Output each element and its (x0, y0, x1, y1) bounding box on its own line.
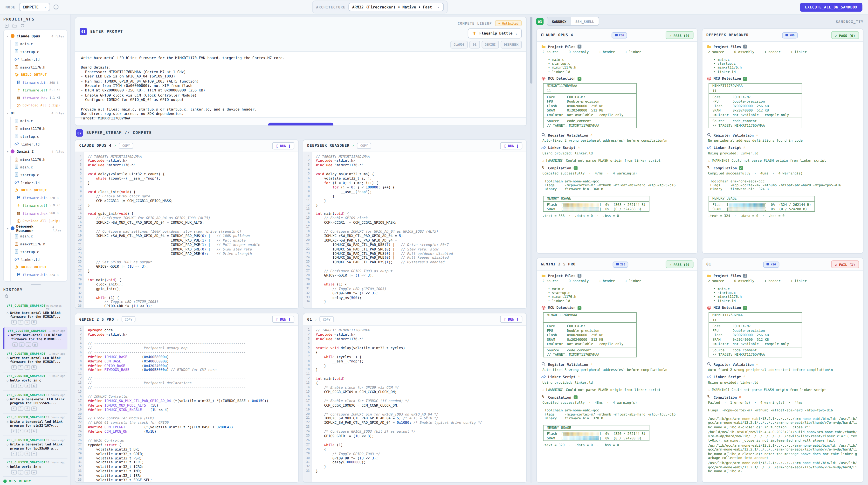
download-all-link[interactable]: Download All (.zip) (13, 217, 65, 225)
history-model-chip[interactable]: G (25, 365, 30, 369)
history-model-chip[interactable]: D (31, 451, 37, 456)
history-item[interactable]: VFS_CLUSTER_SNAPSHOT46 minutes ago○Write… (3, 302, 67, 327)
build-artifact[interactable]: firmware.bin368 B (13, 79, 65, 86)
code-editor[interactable]: 1 2 3 4 5 6 7 8 9 10 11 12 13 14 15 16 1… (75, 152, 298, 309)
run-button[interactable]: [ RUN ] (500, 316, 523, 323)
model-chip-o1[interactable]: 01 (469, 41, 480, 49)
download-all-link[interactable]: Download All (.zip) (13, 101, 65, 109)
history-model-chip[interactable]: C (11, 429, 17, 433)
history-item[interactable]: VFS_CLUSTER_SNAPSHOT1 hour ago▸Write bar… (3, 327, 67, 350)
mode-select[interactable]: COMPETE ▾ (19, 3, 50, 11)
history-model-chip[interactable]: G (26, 342, 31, 347)
tree-file[interactable]: mimxrt1176.h (13, 63, 65, 71)
tree-file[interactable]: linker.ld (13, 179, 65, 186)
tree-file[interactable]: main.c (13, 232, 65, 240)
build-artifact[interactable]: firmware.hex1.1 KB (13, 94, 65, 101)
code-editor[interactable]: 1 2 3 4 5 6 7 8 9 10 11 12 13 14 15 16 1… (75, 326, 298, 482)
tree-file[interactable]: main.c (13, 40, 65, 48)
tree-folder[interactable]: ▾Gemini 24 files (5, 148, 65, 155)
copy-button[interactable]: COPY (320, 316, 334, 322)
code-editor[interactable]: 1 2 3 4 5 6 7 8 9 10 11 12 13 14 15 16 1… (303, 326, 526, 482)
history-item[interactable]: VFS_CLUSTER_SNAPSHOT1 hour ago○Write bar… (3, 350, 67, 372)
run-button[interactable]: [ RUN ] (272, 316, 294, 323)
tree-folder[interactable]: ▾Claude Opus4 files (5, 32, 65, 40)
tab-sandbox[interactable]: SANDBOX (547, 18, 571, 25)
build-artifact[interactable]: firmware.bin324 B (13, 271, 65, 278)
history-model-chip[interactable]: C (11, 365, 17, 369)
tree-folder[interactable]: ▾014 files (5, 109, 65, 117)
tree-file[interactable]: startup.c (13, 248, 65, 255)
history-model-chip[interactable]: O (18, 365, 23, 369)
tree-file[interactable]: startup.c (13, 171, 65, 179)
tree-file[interactable]: startup.c (13, 48, 65, 56)
copy-button[interactable]: COPY (122, 316, 136, 322)
copy-button[interactable]: COPY (119, 143, 133, 149)
history-model-chip[interactable]: G (25, 406, 30, 411)
tree-file[interactable]: mimxrt1176.h (13, 155, 65, 163)
tree-file[interactable]: mimxrt1176.h (13, 125, 65, 132)
model-chip-deepseek[interactable]: DEEPSEEK (501, 41, 522, 49)
history-model-chip[interactable]: D (31, 406, 37, 411)
history-item[interactable]: VFS_CLUSTER_SNAPSHOT1 hour ago○hello wor… (3, 372, 67, 391)
main-scrollbar[interactable] (530, 17, 532, 483)
tree-file[interactable]: startup.c (13, 132, 65, 140)
tree-folder[interactable]: ▾Deepseek Reasoner4 files (5, 225, 65, 232)
history-model-chip[interactable]: O (19, 342, 24, 347)
prompt-textarea[interactable]: Write bare-metal LED blink firmware for … (75, 52, 526, 117)
history-model-chip[interactable]: C (11, 470, 17, 474)
architecture-select[interactable]: ARM32 (Firecracker) • Native • Fast ▾ (348, 3, 444, 11)
mode-info-icon[interactable]: i (54, 4, 59, 9)
history-model-chip[interactable]: D (31, 384, 37, 388)
build-artifact[interactable]: firmware.elf5.6 KB (13, 278, 65, 281)
history-model-chip[interactable]: C (12, 342, 18, 347)
history-item[interactable]: VFS_CLUSTER_SNAPSHOT17 hours ago○Write a… (3, 391, 67, 414)
history-model-chip[interactable]: O (18, 320, 23, 324)
history-model-chip[interactable]: G (25, 470, 30, 474)
tab-ssh-shell[interactable]: SSH_SHELL (571, 18, 598, 25)
tree-file[interactable]: linker.ld (13, 140, 65, 148)
execute-all-button[interactable]: EXECUTE_ALL_ON_SANDBOX (800, 2, 863, 11)
history-model-chip[interactable]: D (31, 470, 37, 474)
tree-file[interactable]: mimxrt1176.h (13, 240, 65, 248)
history-model-chip[interactable]: D (31, 365, 37, 369)
copy-button[interactable]: COPY (357, 143, 371, 149)
history-model-chip[interactable]: C (11, 451, 17, 456)
new-file-icon[interactable] (4, 23, 9, 28)
tree-file[interactable]: linker.ld (13, 56, 65, 63)
history-item[interactable]: VFS_CLUSTER_SNAPSHOT19 hours ago○Write a… (3, 413, 67, 436)
preset-select[interactable]: Flagship Battle ▾ (468, 28, 522, 39)
history-model-chip[interactable]: G (25, 384, 30, 388)
panel-resize-handle[interactable] (30, 284, 40, 285)
history-model-chip[interactable]: O (18, 470, 23, 474)
tree-file[interactable]: linker.ld (13, 255, 65, 263)
history-model-chip[interactable]: O (18, 406, 23, 411)
model-chip-claude[interactable]: CLAUDE (450, 41, 468, 49)
trash-icon[interactable] (4, 294, 9, 298)
history-model-chip[interactable]: G (25, 451, 30, 456)
history-item[interactable]: VFS_CLUSTER_SNAPSHOT20 hours ago○hello w… (3, 459, 67, 475)
history-model-chip[interactable]: O (18, 451, 23, 456)
build-artifact[interactable]: firmware.elf5.9 KB (13, 202, 65, 209)
run-button[interactable]: [ RUN ] (272, 142, 294, 149)
history-model-chip[interactable]: G (25, 429, 30, 433)
run-button[interactable]: [ RUN ] (500, 142, 523, 149)
history-model-chip[interactable]: C (11, 320, 17, 324)
code-editor[interactable]: 1 2 3 4 5 6 7 8 9 10 11 12 13 14 15 16 1… (303, 152, 526, 309)
tree-file[interactable]: main.c (13, 117, 65, 125)
history-model-chip[interactable]: G (25, 320, 30, 324)
refresh-icon[interactable] (20, 23, 24, 28)
execute-compete-button[interactable]: EXECUTE_COMPETE (269, 123, 333, 126)
history-model-chip[interactable]: D (32, 342, 38, 347)
model-chip-gemini[interactable]: GEMINI (481, 41, 499, 49)
new-folder-icon[interactable] (12, 23, 17, 28)
history-model-chip[interactable]: D (31, 429, 37, 433)
build-artifact[interactable]: firmware.bin320 B (13, 194, 65, 202)
history-model-chip[interactable]: C (11, 406, 17, 411)
history-model-chip[interactable]: O (18, 429, 23, 433)
history-model-chip[interactable]: C (11, 384, 17, 388)
history-model-chip[interactable]: D (31, 320, 37, 324)
build-artifact[interactable]: firmware.hex960 B (13, 209, 65, 217)
history-model-chip[interactable]: O (18, 384, 23, 388)
build-artifact[interactable]: firmware.elf6.1 KB (13, 86, 65, 94)
tree-file[interactable]: main.c (13, 163, 65, 171)
